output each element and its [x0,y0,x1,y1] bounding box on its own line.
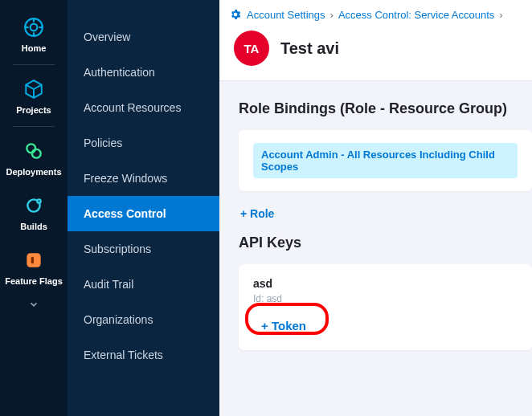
gear-icon [229,8,242,21]
sidebar-item-label: Overview [84,31,130,43]
rail-item-builds[interactable]: Builds [0,186,68,241]
sidebar-item-label: Account Resources [84,101,181,114]
chevron-right-icon: › [330,9,334,21]
cube-icon [23,78,45,100]
role-binding-chip[interactable]: Account Admin - All Resources Including … [253,143,518,178]
avatar-initials: TA [244,42,260,55]
breadcrumb-access-control[interactable]: Access Control: Service Accounts [338,9,494,21]
rail-item-label: Builds [20,222,47,231]
rail-item-feature-flags[interactable]: Feature Flags [0,241,68,296]
sidebar-item-external-tickets[interactable]: External Tickets [68,337,219,373]
feature-flags-icon [23,249,45,271]
add-token-button[interactable]: + Token [253,314,314,337]
svg-point-2 [27,144,35,153]
chevron-right-icon: › [499,9,502,21]
api-key-card: asd Id: asd + Token [239,264,532,350]
sidebar-item-label: Access Control [84,207,166,220]
rail-item-home[interactable]: Home [0,8,68,63]
svg-point-1 [31,24,38,31]
home-icon [23,16,45,39]
sidebar-item-label: Audit Trail [84,278,133,291]
add-role-button[interactable]: + Role [240,207,274,220]
svg-point-3 [32,149,41,158]
sidebar-item-policies[interactable]: Policies [68,125,219,161]
role-bindings-card: Account Admin - All Resources Including … [239,130,532,191]
svg-rect-7 [31,257,34,264]
sidebar-item-account-resources[interactable]: Account Resources [68,90,219,125]
sidebar-item-access-control[interactable]: Access Control [68,196,219,231]
sidebar-item-organizations[interactable]: Organizations [68,302,219,337]
rail-item-label: Feature Flags [5,276,63,286]
settings-sidebar: Overview Authentication Account Resource… [68,0,219,416]
api-key-id: Id: asd [253,293,518,304]
api-keys-heading: API Keys [239,235,532,251]
sidebar-item-label: Organizations [84,313,153,326]
api-key-name: asd [253,277,518,290]
main-content: Account Settings › Access Control: Servi… [219,0,532,416]
sidebar-item-overview[interactable]: Overview [68,19,219,55]
role-bindings-heading: Role Bindings (Role - Resource Group) [239,100,532,117]
deployments-icon [23,140,45,162]
sidebar-item-label: Authentication [84,66,155,79]
avatar: TA [234,31,269,66]
breadcrumb: Account Settings › Access Control: Servi… [229,8,522,21]
nav-rail: Home Projects Deployments Builds Feature… [0,0,68,416]
rail-item-label: Deployments [6,167,61,177]
sidebar-item-authentication[interactable]: Authentication [68,55,219,90]
breadcrumb-account-settings[interactable]: Account Settings [247,9,325,21]
builds-icon [23,194,45,217]
sidebar-item-subscriptions[interactable]: Subscriptions [68,231,219,267]
sidebar-item-freeze-windows[interactable]: Freeze Windows [68,161,219,196]
content-area: Role Bindings (Role - Resource Group) Ac… [219,81,532,361]
sidebar-item-label: Policies [84,137,122,149]
sidebar-item-label: External Tickets [84,349,163,361]
sidebar-item-audit-trail[interactable]: Audit Trail [68,267,219,302]
rail-item-label: Projects [16,105,51,115]
rail-separator [13,126,55,127]
rail-expand-chevron[interactable] [28,299,39,313]
rail-item-projects[interactable]: Projects [0,70,68,124]
page-title-row: TA Test avi [229,31,522,66]
rail-item-label: Home [22,43,47,53]
rail-separator [13,64,55,65]
sidebar-item-label: Subscriptions [84,243,151,255]
topbar: Account Settings › Access Control: Servi… [219,0,532,81]
page-title: Test avi [280,39,339,58]
sidebar-item-label: Freeze Windows [84,172,167,185]
svg-point-5 [37,199,40,202]
rail-item-deployments[interactable]: Deployments [0,132,68,186]
